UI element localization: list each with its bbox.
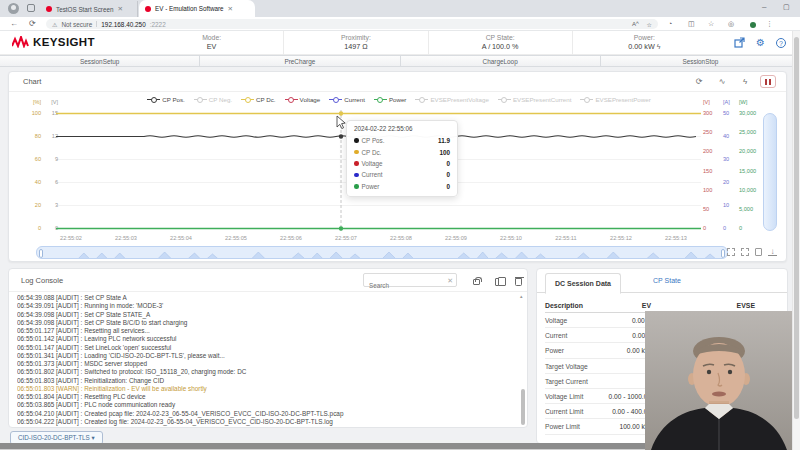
help-icon[interactable]: ? xyxy=(776,38,786,48)
tab-dc-session-data[interactable]: DC Session Data xyxy=(545,273,621,294)
chart-pause-button[interactable] xyxy=(760,75,776,88)
range-slider-left-handle[interactable] xyxy=(39,249,43,258)
range-slider-right-handle[interactable] xyxy=(721,249,725,258)
maximize-window-icon[interactable]: ▢ xyxy=(783,3,790,11)
row-ev-value: 0.00 V xyxy=(595,313,651,328)
export-data-icon[interactable] xyxy=(755,248,762,256)
back-icon[interactable]: ← xyxy=(10,19,18,28)
tab-cp-state[interactable]: CP State xyxy=(653,277,681,284)
row-ev-value: - xyxy=(595,359,651,374)
browser-menu-icon[interactable]: ⋮ xyxy=(766,20,773,28)
log-entries-list[interactable]: 06:54:39.088 [AUDIT] : Set CP State A06:… xyxy=(17,294,515,426)
chart-signal-icon[interactable]: ∿ xyxy=(714,75,730,88)
chart-trigger-icon[interactable]: ϟ xyxy=(737,75,753,88)
x-axis-tick: 22:55:11 xyxy=(548,235,584,241)
url-bar[interactable]: ⚠ Not secure 192.168.40.250:2222 Aᴬ ☆ xyxy=(46,19,658,29)
scroll-up-arrow-icon[interactable]: ▴ xyxy=(520,293,523,299)
browser-tab-testos[interactable]: TestOS Start Screen ✕ xyxy=(40,1,138,17)
lightning-icon: ϟ xyxy=(657,43,661,50)
axis-tick: 200 xyxy=(703,148,727,154)
session-tab-sessionsetup[interactable]: SessionSetup xyxy=(0,56,199,66)
tooltip-row: Power0 xyxy=(354,181,450,192)
url-host: 192.168.40.250 xyxy=(101,21,145,28)
session-tab-precharge[interactable]: PreCharge xyxy=(199,56,399,66)
row-description: Power xyxy=(545,343,595,358)
popout-icon[interactable] xyxy=(734,37,745,48)
tooltip-row: Voltage0 xyxy=(354,158,450,169)
series-dot-icon xyxy=(354,161,359,166)
browser-tab-ev-emulation[interactable]: EV - Emulation Software ✕ xyxy=(139,0,255,17)
row-ev-value: 0.00 A xyxy=(595,328,651,343)
log-scrollbar[interactable]: ▴ xyxy=(520,293,525,427)
extension-icon[interactable]: ◔ xyxy=(668,20,672,27)
x-axis-tick: 22:55:06 xyxy=(273,235,309,241)
x-axis-tick: 22:55:12 xyxy=(603,235,639,241)
series-dot-icon xyxy=(354,138,359,143)
tooltip-series-value: 100 xyxy=(439,149,450,156)
log-entry: 06:55:01.142 [AUDIT] : Leaving PLC netwo… xyxy=(17,335,515,343)
legend-item-power[interactable]: Power xyxy=(374,96,407,103)
axis-tick: 40 xyxy=(723,133,737,139)
legend-label: Current xyxy=(344,96,365,103)
legend-item-voltage[interactable]: Voltage xyxy=(285,96,321,103)
zoom-box-icon[interactable] xyxy=(727,248,735,256)
legend-item-evsepresentpower[interactable]: EVSEPresentPower xyxy=(580,96,650,103)
axis-unit-label: [A] xyxy=(723,99,737,105)
legend-item-cp-dc-[interactable]: CP Dc. xyxy=(241,96,275,103)
page-scrollbar-thumb[interactable] xyxy=(794,37,799,419)
log-search-input[interactable] xyxy=(364,280,456,292)
chart-reset-icon[interactable]: ⟳ xyxy=(691,75,707,88)
extension-icon[interactable] xyxy=(750,22,756,28)
app-header: KEYSIGHT Mode: EV Proximity: 1497 Ω CP S… xyxy=(0,31,800,55)
clear-search-icon[interactable]: ✕ xyxy=(447,277,453,285)
axis-tick: 50 xyxy=(723,110,737,116)
split-screen-icon[interactable]: ◫ xyxy=(688,20,695,28)
zoom-reset-icon[interactable] xyxy=(741,248,749,256)
legend-label: CP Dc. xyxy=(256,96,275,103)
legend-item-evsepresentcurrent[interactable]: EVSEPresentCurrent xyxy=(498,96,571,103)
minimize-window-icon[interactable]: – xyxy=(762,2,766,11)
close-tab-icon[interactable]: ✕ xyxy=(117,5,122,13)
log-console-title: Log Console xyxy=(21,276,63,285)
legend-marker-icon xyxy=(498,96,511,103)
legend-item-evsepresentvoltage[interactable]: EVSEPresentVoltage xyxy=(415,96,488,103)
settings-gear-icon[interactable]: ⚙ xyxy=(756,38,765,48)
page-scrollbar[interactable] xyxy=(792,31,800,450)
axis-tick: 40 xyxy=(15,179,41,185)
legend-item-cp-neg-[interactable]: CP Neg. xyxy=(194,96,232,103)
log-entry: 06:55:01.341 [AUDIT] : Loading 'CID-ISO-… xyxy=(17,352,515,360)
session-tab-sessionstop[interactable]: SessionStop xyxy=(600,56,800,66)
axis-tick: 100 xyxy=(15,110,41,116)
legend-item-current[interactable]: Current xyxy=(329,96,365,103)
log-console-panel: Log Console ✕ 06:54:39.088 [AUDIT] : Set… xyxy=(8,268,528,428)
close-tab-icon[interactable]: ✕ xyxy=(228,5,233,13)
font-size-icon[interactable]: Aᴬ xyxy=(632,21,639,28)
bookmark-star-icon[interactable]: ☆ xyxy=(647,21,652,28)
download-icon[interactable]: ↓ xyxy=(768,248,777,256)
cp-pos-hover-dot xyxy=(339,134,343,138)
extension-icon[interactable]: ◎ xyxy=(728,20,734,28)
log-entry: 06:55:01.804 [AUDIT] : Resetting PLC dev… xyxy=(17,393,515,401)
favicon xyxy=(145,6,151,12)
copy-log-icon[interactable] xyxy=(495,278,501,286)
clear-log-icon[interactable] xyxy=(515,278,522,286)
log-scrollbar-thumb[interactable] xyxy=(521,389,525,425)
chart-vertical-zoom-slider[interactable] xyxy=(763,113,777,231)
log-entry: 06:55:01.147 [AUDIT] : Set LineLock 'ope… xyxy=(17,344,515,352)
axis-tick: 20,000 xyxy=(739,148,763,154)
favicon xyxy=(46,6,52,12)
autoscroll-lock-icon[interactable] xyxy=(473,279,480,285)
axis-tick: 0 xyxy=(723,225,737,231)
browser-profile-avatar[interactable] xyxy=(8,3,19,14)
refresh-icon[interactable]: ⟳ xyxy=(29,19,36,28)
session-tab-chargeloop[interactable]: ChargeLoop xyxy=(400,56,600,66)
log-entry: 06:55:04.210 [AUDIT] : Created pcap file… xyxy=(17,410,515,418)
tab-search-icon[interactable] xyxy=(27,4,35,12)
extension-star-icon[interactable]: ☆ xyxy=(708,20,714,28)
row-description: Voltage xyxy=(545,313,595,328)
presenter-person xyxy=(645,311,792,450)
browser-tab-strip: TestOS Start Screen ✕ EV - Emulation Sof… xyxy=(0,0,800,17)
legend-item-cp-pos-[interactable]: CP Pos. xyxy=(147,96,185,103)
chart-range-slider[interactable] xyxy=(36,246,728,259)
legend-marker-icon xyxy=(285,96,298,103)
